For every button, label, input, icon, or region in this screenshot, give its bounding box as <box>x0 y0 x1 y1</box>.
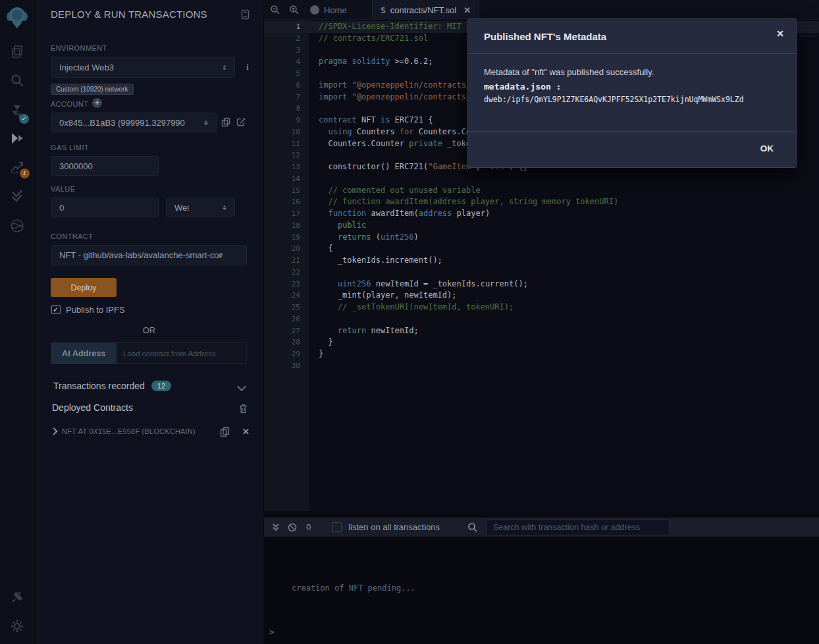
deployed-contract-item[interactable]: NFT AT 0X15E...E558F (BLOCKCHAIN) <box>51 427 196 435</box>
listen-all-transactions-checkbox[interactable] <box>332 522 342 532</box>
value-input[interactable]: 0 <box>51 198 159 217</box>
at-address-button[interactable]: At Address <box>51 342 117 364</box>
gas-limit-label: GAS LIMIT <box>51 144 89 151</box>
line-number[interactable]: 26 <box>264 313 300 325</box>
code-line[interactable]: 23 uint256 newItemId = _tokenIds.current… <box>264 279 819 290</box>
debugger-icon[interactable] <box>10 219 24 233</box>
line-number[interactable]: 21 <box>264 255 300 267</box>
contract-select[interactable]: NFT - github/ava-labs/avalanche-smart-co… <box>51 245 247 265</box>
code-line[interactable]: 27 return newItemId; <box>264 325 819 337</box>
transactions-recorded-toggle[interactable]: Transactions recorded 12 <box>53 381 171 391</box>
line-number[interactable]: 18 <box>264 220 300 232</box>
line-number[interactable]: 28 <box>264 336 300 348</box>
code-line[interactable]: 17 function awardItem(address player) <box>264 208 819 220</box>
line-number[interactable]: 14 <box>264 173 300 185</box>
line-number[interactable]: 20 <box>264 243 300 255</box>
code-line[interactable]: 18 public <box>264 220 819 232</box>
editor-zoom-out-icon[interactable] <box>270 5 280 15</box>
terminal-search-input[interactable] <box>486 520 670 535</box>
line-number[interactable]: 4 <box>264 56 300 68</box>
copy-account-icon[interactable] <box>221 117 230 127</box>
code-line[interactable]: 20 { <box>264 243 819 255</box>
environment-select[interactable]: Injected Web3 <box>51 57 235 78</box>
collapse-terminal-icon[interactable] <box>272 523 280 531</box>
code-line[interactable]: 15 // commented out unused variable <box>264 185 819 197</box>
remove-contract-icon[interactable]: ✕ <box>242 427 250 437</box>
editor-minimap[interactable] <box>799 22 817 37</box>
unit-testing-icon[interactable] <box>10 188 24 203</box>
code-line[interactable]: 19 returns (uint256) <box>264 232 819 244</box>
modal-header: Published NFT's Metadata ✕ <box>468 19 796 54</box>
code-line[interactable]: 29} <box>264 348 819 360</box>
line-number[interactable]: 29 <box>264 348 300 360</box>
chevron-right-icon[interactable] <box>50 427 57 435</box>
clear-console-icon[interactable] <box>288 523 297 532</box>
select-caret-icon <box>223 203 226 212</box>
modal-close-icon[interactable]: ✕ <box>776 28 784 39</box>
tab-home[interactable]: Home <box>302 0 355 20</box>
remix-logo-icon[interactable] <box>6 6 28 30</box>
line-number[interactable]: 9 <box>264 115 300 126</box>
close-tab-icon[interactable]: ✕ <box>463 5 471 15</box>
line-number[interactable]: 6 <box>264 80 300 92</box>
line-number[interactable]: 27 <box>264 325 300 337</box>
terminal-prompt[interactable]: > <box>269 627 275 637</box>
line-number[interactable]: 30 <box>264 360 300 372</box>
environment-info-icon[interactable]: i <box>243 63 252 72</box>
code-line[interactable]: 22 <box>264 267 819 279</box>
line-number[interactable]: 19 <box>264 232 300 244</box>
search-icon[interactable] <box>10 74 24 88</box>
line-number[interactable]: 17 <box>264 208 300 220</box>
modal-message: Metadata of "nft" was published successf… <box>484 67 780 77</box>
line-number[interactable]: 3 <box>264 45 300 57</box>
value-unit-select[interactable]: Wei <box>166 198 235 217</box>
analytics-icon[interactable]: 1 <box>9 160 25 174</box>
line-number[interactable]: 8 <box>264 103 300 115</box>
code-line[interactable]: 14 <box>264 173 819 185</box>
settings-gear-icon[interactable] <box>11 620 24 633</box>
line-number[interactable]: 16 <box>264 196 300 208</box>
plugin-manager-icon[interactable] <box>10 590 24 604</box>
line-number[interactable]: 5 <box>264 68 300 80</box>
chevron-down-icon[interactable] <box>237 382 246 391</box>
tab-contracts-nft-sol[interactable]: S contracts/NFT.sol ✕ <box>372 0 479 20</box>
notification-count-badge: 1 <box>20 169 30 178</box>
code-line[interactable]: 30 <box>264 360 819 372</box>
edit-account-icon[interactable] <box>236 117 246 127</box>
line-number[interactable]: 13 <box>264 161 300 173</box>
docs-icon[interactable] <box>240 9 250 20</box>
copy-contract-icon[interactable] <box>220 427 230 437</box>
code-line[interactable]: 28 } <box>264 336 819 348</box>
line-number[interactable]: 24 <box>264 290 300 302</box>
publish-ipfs-checkbox[interactable] <box>51 305 61 314</box>
code-line[interactable]: 25 // _setTokenURI(newItemId, tokenURI); <box>264 302 819 313</box>
modal-ok-button[interactable]: OK <box>760 144 774 153</box>
file-explorer-icon[interactable] <box>10 44 24 59</box>
line-number[interactable]: 15 <box>264 185 300 197</box>
deploy-run-icon[interactable] <box>10 132 24 146</box>
line-number[interactable]: 2 <box>264 33 300 45</box>
line-number[interactable]: 11 <box>264 138 300 150</box>
code-line[interactable]: 24 _mint(player, newItemId); <box>264 290 819 302</box>
deploy-button[interactable]: Deploy <box>51 278 117 297</box>
deployed-contract-label: NFT AT 0X15E...E558F (BLOCKCHAIN) <box>62 427 196 435</box>
add-account-icon[interactable]: + <box>92 98 102 108</box>
account-select[interactable]: 0x845...B1aB3 (999991.3297990 <box>51 113 217 132</box>
line-number[interactable]: 1 <box>264 21 300 33</box>
solidity-compiler-icon[interactable]: ✓ <box>10 104 24 120</box>
gas-limit-input[interactable]: 3000000 <box>51 156 159 176</box>
modal-body: Metadata of "nft" was published successf… <box>468 54 796 104</box>
line-number[interactable]: 12 <box>264 149 300 161</box>
at-address-input[interactable] <box>117 342 247 364</box>
editor-zoom-in-icon[interactable] <box>289 5 300 15</box>
line-number[interactable]: 7 <box>264 92 300 103</box>
line-number[interactable]: 22 <box>264 267 300 279</box>
line-number[interactable]: 10 <box>264 126 300 138</box>
code-line[interactable]: 21 _tokenIds.increment(); <box>264 255 819 267</box>
select-caret-icon <box>223 63 226 72</box>
clear-deployed-trash-icon[interactable] <box>239 404 248 414</box>
code-line[interactable]: 16 // function awardItem(address player,… <box>264 196 819 208</box>
code-line[interactable]: 26 <box>264 313 819 325</box>
line-number[interactable]: 25 <box>264 302 300 313</box>
line-number[interactable]: 23 <box>264 279 300 290</box>
